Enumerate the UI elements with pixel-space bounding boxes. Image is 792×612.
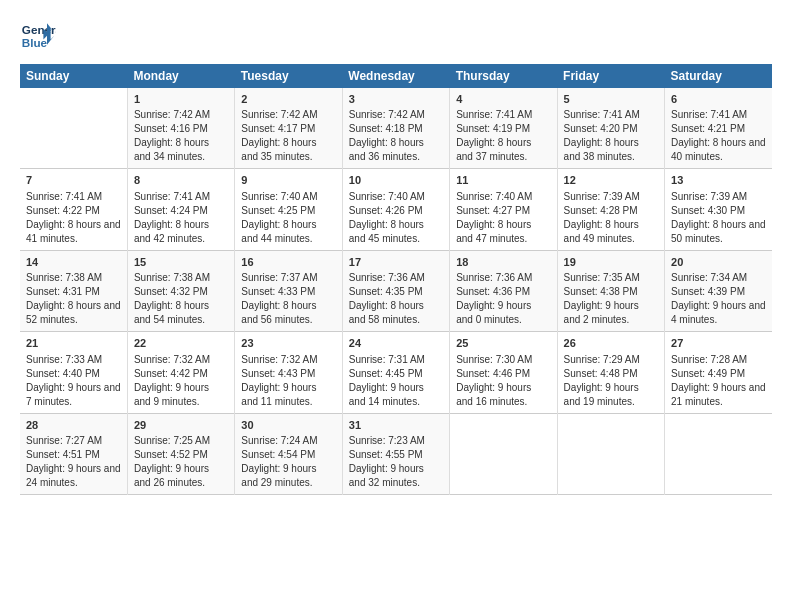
day-info: Sunrise: 7:40 AMSunset: 4:25 PMDaylight:… bbox=[241, 190, 335, 246]
day-number: 17 bbox=[349, 255, 443, 270]
calendar-page: General Blue SundayMondayTuesdayWednesda… bbox=[0, 0, 792, 505]
day-info: Sunrise: 7:41 AMSunset: 4:24 PMDaylight:… bbox=[134, 190, 228, 246]
day-cell: 8 Sunrise: 7:41 AMSunset: 4:24 PMDayligh… bbox=[127, 169, 234, 250]
day-cell: 12 Sunrise: 7:39 AMSunset: 4:28 PMDaylig… bbox=[557, 169, 664, 250]
day-cell: 24 Sunrise: 7:31 AMSunset: 4:45 PMDaylig… bbox=[342, 332, 449, 413]
day-info: Sunrise: 7:34 AMSunset: 4:39 PMDaylight:… bbox=[671, 271, 766, 327]
day-number: 24 bbox=[349, 336, 443, 351]
day-cell bbox=[20, 88, 127, 169]
logo-icon: General Blue bbox=[20, 16, 56, 52]
day-info: Sunrise: 7:30 AMSunset: 4:46 PMDaylight:… bbox=[456, 353, 550, 409]
day-cell: 2 Sunrise: 7:42 AMSunset: 4:17 PMDayligh… bbox=[235, 88, 342, 169]
day-info: Sunrise: 7:32 AMSunset: 4:43 PMDaylight:… bbox=[241, 353, 335, 409]
day-number: 14 bbox=[26, 255, 121, 270]
day-number: 9 bbox=[241, 173, 335, 188]
day-info: Sunrise: 7:42 AMSunset: 4:17 PMDaylight:… bbox=[241, 108, 335, 164]
day-number: 7 bbox=[26, 173, 121, 188]
weekday-header-thursday: Thursday bbox=[450, 64, 557, 88]
day-info: Sunrise: 7:27 AMSunset: 4:51 PMDaylight:… bbox=[26, 434, 121, 490]
day-info: Sunrise: 7:41 AMSunset: 4:21 PMDaylight:… bbox=[671, 108, 766, 164]
week-row-5: 28 Sunrise: 7:27 AMSunset: 4:51 PMDaylig… bbox=[20, 413, 772, 494]
day-cell: 9 Sunrise: 7:40 AMSunset: 4:25 PMDayligh… bbox=[235, 169, 342, 250]
day-number: 2 bbox=[241, 92, 335, 107]
day-number: 26 bbox=[564, 336, 658, 351]
logo: General Blue bbox=[20, 16, 60, 52]
day-cell: 11 Sunrise: 7:40 AMSunset: 4:27 PMDaylig… bbox=[450, 169, 557, 250]
day-cell: 30 Sunrise: 7:24 AMSunset: 4:54 PMDaylig… bbox=[235, 413, 342, 494]
day-cell: 6 Sunrise: 7:41 AMSunset: 4:21 PMDayligh… bbox=[665, 88, 772, 169]
day-number: 21 bbox=[26, 336, 121, 351]
day-number: 25 bbox=[456, 336, 550, 351]
day-info: Sunrise: 7:42 AMSunset: 4:16 PMDaylight:… bbox=[134, 108, 228, 164]
day-cell: 16 Sunrise: 7:37 AMSunset: 4:33 PMDaylig… bbox=[235, 250, 342, 331]
day-number: 31 bbox=[349, 418, 443, 433]
weekday-header-row: SundayMondayTuesdayWednesdayThursdayFrid… bbox=[20, 64, 772, 88]
day-number: 12 bbox=[564, 173, 658, 188]
day-cell: 1 Sunrise: 7:42 AMSunset: 4:16 PMDayligh… bbox=[127, 88, 234, 169]
day-number: 1 bbox=[134, 92, 228, 107]
day-info: Sunrise: 7:36 AMSunset: 4:35 PMDaylight:… bbox=[349, 271, 443, 327]
day-number: 13 bbox=[671, 173, 766, 188]
header: General Blue bbox=[20, 16, 772, 52]
day-info: Sunrise: 7:39 AMSunset: 4:30 PMDaylight:… bbox=[671, 190, 766, 246]
day-cell: 10 Sunrise: 7:40 AMSunset: 4:26 PMDaylig… bbox=[342, 169, 449, 250]
day-info: Sunrise: 7:25 AMSunset: 4:52 PMDaylight:… bbox=[134, 434, 228, 490]
day-number: 5 bbox=[564, 92, 658, 107]
day-cell: 4 Sunrise: 7:41 AMSunset: 4:19 PMDayligh… bbox=[450, 88, 557, 169]
day-info: Sunrise: 7:28 AMSunset: 4:49 PMDaylight:… bbox=[671, 353, 766, 409]
weekday-header-saturday: Saturday bbox=[665, 64, 772, 88]
day-info: Sunrise: 7:41 AMSunset: 4:22 PMDaylight:… bbox=[26, 190, 121, 246]
weekday-header-monday: Monday bbox=[127, 64, 234, 88]
day-info: Sunrise: 7:38 AMSunset: 4:31 PMDaylight:… bbox=[26, 271, 121, 327]
day-number: 8 bbox=[134, 173, 228, 188]
day-info: Sunrise: 7:40 AMSunset: 4:27 PMDaylight:… bbox=[456, 190, 550, 246]
day-cell: 28 Sunrise: 7:27 AMSunset: 4:51 PMDaylig… bbox=[20, 413, 127, 494]
day-info: Sunrise: 7:42 AMSunset: 4:18 PMDaylight:… bbox=[349, 108, 443, 164]
day-cell: 5 Sunrise: 7:41 AMSunset: 4:20 PMDayligh… bbox=[557, 88, 664, 169]
day-cell: 18 Sunrise: 7:36 AMSunset: 4:36 PMDaylig… bbox=[450, 250, 557, 331]
day-info: Sunrise: 7:41 AMSunset: 4:19 PMDaylight:… bbox=[456, 108, 550, 164]
day-number: 20 bbox=[671, 255, 766, 270]
day-info: Sunrise: 7:35 AMSunset: 4:38 PMDaylight:… bbox=[564, 271, 658, 327]
weekday-header-wednesday: Wednesday bbox=[342, 64, 449, 88]
day-number: 10 bbox=[349, 173, 443, 188]
day-cell: 29 Sunrise: 7:25 AMSunset: 4:52 PMDaylig… bbox=[127, 413, 234, 494]
day-number: 11 bbox=[456, 173, 550, 188]
weekday-header-sunday: Sunday bbox=[20, 64, 127, 88]
day-info: Sunrise: 7:23 AMSunset: 4:55 PMDaylight:… bbox=[349, 434, 443, 490]
day-number: 23 bbox=[241, 336, 335, 351]
day-info: Sunrise: 7:37 AMSunset: 4:33 PMDaylight:… bbox=[241, 271, 335, 327]
day-number: 6 bbox=[671, 92, 766, 107]
day-cell: 26 Sunrise: 7:29 AMSunset: 4:48 PMDaylig… bbox=[557, 332, 664, 413]
day-cell: 19 Sunrise: 7:35 AMSunset: 4:38 PMDaylig… bbox=[557, 250, 664, 331]
day-cell: 22 Sunrise: 7:32 AMSunset: 4:42 PMDaylig… bbox=[127, 332, 234, 413]
weekday-header-friday: Friday bbox=[557, 64, 664, 88]
day-cell: 7 Sunrise: 7:41 AMSunset: 4:22 PMDayligh… bbox=[20, 169, 127, 250]
day-cell bbox=[450, 413, 557, 494]
day-number: 15 bbox=[134, 255, 228, 270]
day-cell bbox=[665, 413, 772, 494]
day-number: 18 bbox=[456, 255, 550, 270]
day-number: 4 bbox=[456, 92, 550, 107]
day-info: Sunrise: 7:33 AMSunset: 4:40 PMDaylight:… bbox=[26, 353, 121, 409]
day-cell bbox=[557, 413, 664, 494]
svg-text:General: General bbox=[22, 23, 56, 36]
day-cell: 25 Sunrise: 7:30 AMSunset: 4:46 PMDaylig… bbox=[450, 332, 557, 413]
week-row-2: 7 Sunrise: 7:41 AMSunset: 4:22 PMDayligh… bbox=[20, 169, 772, 250]
day-info: Sunrise: 7:24 AMSunset: 4:54 PMDaylight:… bbox=[241, 434, 335, 490]
day-cell: 23 Sunrise: 7:32 AMSunset: 4:43 PMDaylig… bbox=[235, 332, 342, 413]
calendar-table: SundayMondayTuesdayWednesdayThursdayFrid… bbox=[20, 64, 772, 495]
weekday-header-tuesday: Tuesday bbox=[235, 64, 342, 88]
day-cell: 21 Sunrise: 7:33 AMSunset: 4:40 PMDaylig… bbox=[20, 332, 127, 413]
day-info: Sunrise: 7:32 AMSunset: 4:42 PMDaylight:… bbox=[134, 353, 228, 409]
day-cell: 27 Sunrise: 7:28 AMSunset: 4:49 PMDaylig… bbox=[665, 332, 772, 413]
day-number: 28 bbox=[26, 418, 121, 433]
day-info: Sunrise: 7:38 AMSunset: 4:32 PMDaylight:… bbox=[134, 271, 228, 327]
day-number: 29 bbox=[134, 418, 228, 433]
day-info: Sunrise: 7:31 AMSunset: 4:45 PMDaylight:… bbox=[349, 353, 443, 409]
week-row-3: 14 Sunrise: 7:38 AMSunset: 4:31 PMDaylig… bbox=[20, 250, 772, 331]
day-info: Sunrise: 7:36 AMSunset: 4:36 PMDaylight:… bbox=[456, 271, 550, 327]
day-cell: 3 Sunrise: 7:42 AMSunset: 4:18 PMDayligh… bbox=[342, 88, 449, 169]
week-row-1: 1 Sunrise: 7:42 AMSunset: 4:16 PMDayligh… bbox=[20, 88, 772, 169]
day-info: Sunrise: 7:41 AMSunset: 4:20 PMDaylight:… bbox=[564, 108, 658, 164]
